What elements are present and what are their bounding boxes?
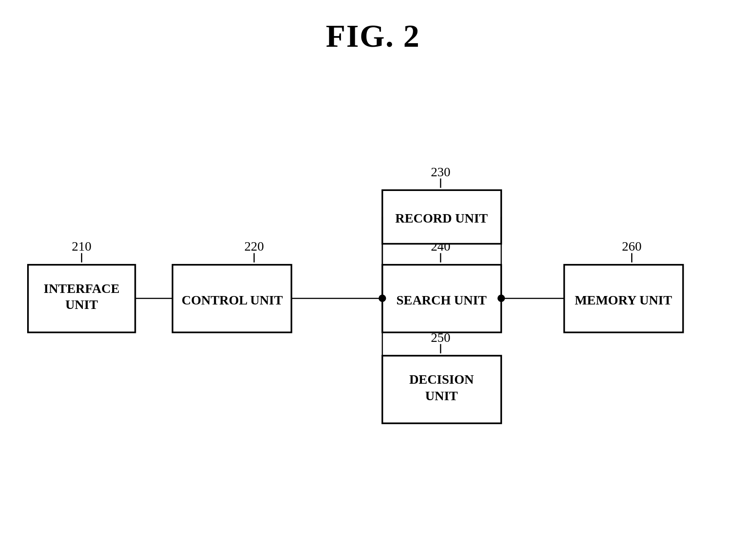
ref-220: 220	[244, 239, 264, 253]
page: FIG. 2 210 220 230 240 250 260	[0, 0, 746, 560]
ref-230: 230	[431, 165, 450, 179]
search-unit-label: SEARCH UNIT	[397, 293, 487, 307]
interface-unit-label-line2: UNIT	[65, 297, 98, 312]
control-unit-label: CONTROL UNIT	[182, 293, 283, 307]
decision-unit-label-line1: DECISION	[409, 372, 474, 386]
figure-title: FIG. 2	[0, 0, 746, 55]
record-unit-label: RECORD UNIT	[395, 211, 488, 226]
decision-unit-label-line2: UNIT	[425, 389, 458, 403]
interface-unit-label-line1: INTERFACE	[44, 281, 120, 296]
diagram: 210 220 230 240 250 260 INTERFACE UNIT	[0, 116, 746, 516]
memory-unit-label: MEMORY UNIT	[575, 293, 672, 307]
ref-210: 210	[72, 239, 91, 253]
ref-260: 260	[622, 239, 641, 253]
